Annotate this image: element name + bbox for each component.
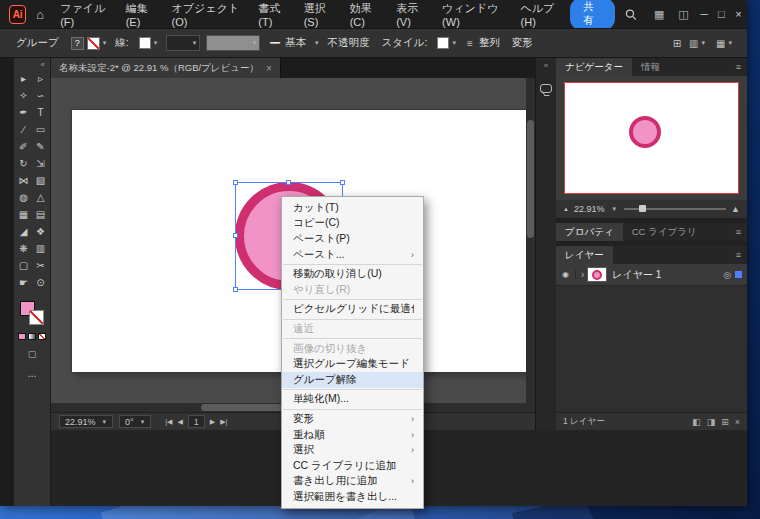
chevron-down-icon[interactable]: ▾: [103, 39, 107, 47]
ctx-simplify[interactable]: 単純化(M)...: [282, 392, 423, 408]
menu-window[interactable]: ウィンドウ(W): [435, 1, 513, 28]
scale-tool[interactable]: ⇲: [32, 155, 49, 172]
ctx-cut[interactable]: カット(T): [282, 200, 423, 216]
new-layer-icon[interactable]: ⊞: [721, 417, 729, 427]
selection-handle[interactable]: [233, 287, 238, 292]
maximize-button[interactable]: □: [713, 0, 730, 28]
ctx-collect-for-export[interactable]: 書き出し用に追加›: [282, 474, 423, 490]
stroke-weight-select[interactable]: ▾: [166, 35, 200, 51]
column-graph-tool[interactable]: ▥: [32, 240, 49, 257]
slice-tool[interactable]: ✂: [32, 257, 49, 274]
home-icon[interactable]: ⌂: [26, 7, 53, 22]
zoom-select[interactable]: 22.91% ▾: [59, 415, 113, 428]
selection-handle[interactable]: [233, 233, 238, 238]
width-tool[interactable]: ⋈: [15, 172, 32, 189]
line-segment-tool[interactable]: ∕: [15, 121, 32, 138]
chevron-down-icon[interactable]: ▾: [612, 205, 616, 213]
previous-artboard-icon[interactable]: ◀: [177, 418, 182, 426]
workspace-switcher-icon[interactable]: ◫: [671, 8, 695, 21]
menu-view[interactable]: 表示(V): [389, 1, 435, 28]
clipping-mask-icon[interactable]: ◧: [692, 417, 701, 427]
transform-label[interactable]: 変形: [512, 36, 533, 50]
new-sublayer-icon[interactable]: ◨: [707, 417, 716, 427]
document-setup-icon[interactable]: ▥: [689, 38, 698, 49]
navigator-zoom-value[interactable]: 22.91%: [574, 204, 605, 214]
zoom-tool[interactable]: ⊙: [32, 274, 49, 291]
gradient-tool[interactable]: ▤: [32, 206, 49, 223]
rectangle-tool[interactable]: ▭: [32, 121, 49, 138]
eyedropper-tool[interactable]: ◢: [15, 223, 32, 240]
menu-file[interactable]: ファイル(F): [53, 1, 118, 28]
panel-menu-icon[interactable]: ≡: [730, 223, 747, 241]
panel-menu-icon[interactable]: ≡: [730, 58, 747, 76]
ctx-select[interactable]: 選択›: [282, 442, 423, 458]
tab-properties[interactable]: プロパティ: [556, 223, 623, 241]
gradient-button[interactable]: [28, 333, 36, 340]
collapse-panels-icon[interactable]: «: [536, 58, 556, 70]
stroke-swatch[interactable]: [29, 310, 44, 325]
artboard-number-field[interactable]: 1: [188, 415, 205, 428]
chevron-down-icon[interactable]: ▾: [154, 39, 158, 47]
stroke-color-swatch[interactable]: [139, 37, 151, 49]
selection-handle[interactable]: [286, 180, 291, 185]
search-icon[interactable]: [625, 8, 637, 21]
type-tool[interactable]: T: [32, 104, 49, 121]
ctx-make-pixel-perfect[interactable]: ピクセルグリッドに最適化: [282, 302, 423, 318]
stroke-none-swatch[interactable]: [87, 37, 100, 50]
zoom-out-icon[interactable]: ▲: [563, 206, 569, 212]
selection-handle[interactable]: [233, 180, 238, 185]
arrange-icon[interactable]: ▦: [716, 38, 725, 49]
ctx-copy[interactable]: コピー(C): [282, 216, 423, 232]
last-artboard-icon[interactable]: ▶|: [220, 418, 227, 426]
rotation-select[interactable]: 0° ▾: [119, 415, 151, 428]
comment-icon[interactable]: [540, 84, 552, 93]
layer-row[interactable]: ◉ › レイヤー 1 ◎: [556, 264, 747, 286]
close-tab-icon[interactable]: ×: [266, 63, 272, 74]
ctx-arrange[interactable]: 重ね順›: [282, 427, 423, 443]
edit-toolbar-icon[interactable]: ⋯: [14, 369, 50, 384]
align-options-icon[interactable]: ≡: [467, 38, 473, 49]
selection-handle[interactable]: [340, 180, 345, 185]
ctx-paste[interactable]: ペースト(P): [282, 231, 423, 247]
zoom-slider[interactable]: [624, 208, 726, 210]
scrollbar-thumb[interactable]: [527, 120, 534, 238]
hand-tool[interactable]: ☛: [15, 274, 32, 291]
next-artboard-icon[interactable]: ▶: [210, 418, 215, 426]
mesh-tool[interactable]: ▦: [15, 206, 32, 223]
ctx-export-selection[interactable]: 選択範囲を書き出し...: [282, 489, 423, 505]
snap-options-icon[interactable]: ⊞: [673, 38, 681, 49]
none-button[interactable]: [38, 333, 46, 340]
close-button[interactable]: ×: [730, 0, 747, 28]
collapse-tools-icon[interactable]: «: [14, 58, 50, 70]
tab-layers[interactable]: レイヤー: [556, 246, 613, 264]
style-swatch[interactable]: [437, 37, 449, 49]
blend-tool[interactable]: ❖: [32, 223, 49, 240]
tab-info[interactable]: 情報: [632, 58, 669, 76]
symbol-sprayer-tool[interactable]: ❋: [15, 240, 32, 257]
fill-proxy-swatch[interactable]: ?: [71, 37, 84, 50]
ctx-transform[interactable]: 変形›: [282, 411, 423, 427]
chevron-down-icon[interactable]: ▾: [702, 39, 706, 47]
pen-tool[interactable]: ✒: [15, 104, 32, 121]
opacity-label[interactable]: 不透明度: [328, 36, 370, 50]
magic-wand-tool[interactable]: ✧: [15, 87, 32, 104]
artboard-tool[interactable]: ▢: [15, 257, 32, 274]
vertical-scrollbar[interactable]: [526, 78, 535, 412]
first-artboard-icon[interactable]: |◀: [165, 418, 172, 426]
pencil-tool[interactable]: ✎: [32, 138, 49, 155]
ctx-isolate-group[interactable]: 選択グループ編集モード: [282, 356, 423, 372]
screen-mode-icon[interactable]: ▢: [14, 347, 50, 362]
menu-edit[interactable]: 編集(E): [119, 1, 165, 28]
minimize-button[interactable]: ─: [696, 0, 713, 28]
color-button[interactable]: [18, 333, 26, 340]
tab-cc-libraries[interactable]: CC ライブラリ: [623, 223, 706, 241]
tab-navigator[interactable]: ナビゲーター: [556, 58, 632, 76]
shape-builder-tool[interactable]: ◍: [15, 189, 32, 206]
ctx-paste-options[interactable]: ペースト...›: [282, 247, 423, 263]
lasso-tool[interactable]: ∽: [32, 87, 49, 104]
expand-layer-icon[interactable]: ›: [576, 269, 587, 280]
menu-type[interactable]: 書式(T): [251, 1, 296, 28]
document-tab[interactable]: 名称未設定-2* @ 22.91 %（RGB/プレビュー） ×: [51, 58, 281, 78]
rotate-tool[interactable]: ↻: [15, 155, 32, 172]
ctx-add-to-cc-library[interactable]: CC ライブラリに追加: [282, 458, 423, 474]
